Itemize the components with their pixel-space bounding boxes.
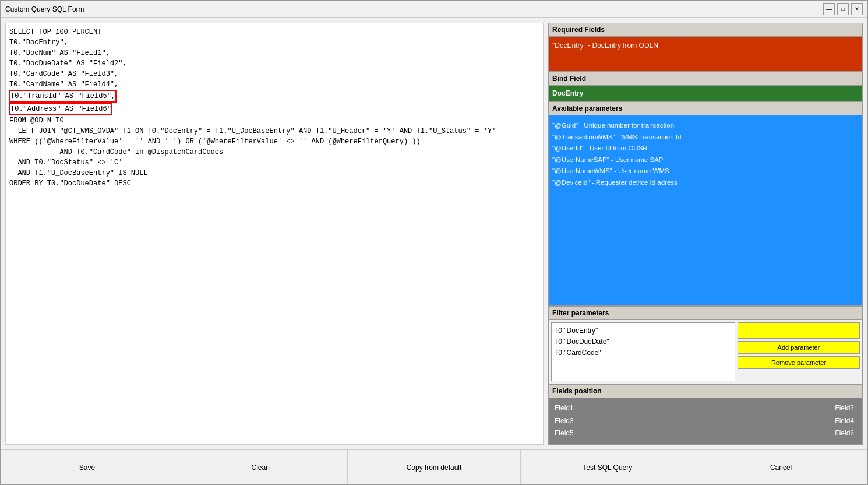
fields-position-content: Field1Field2Field3Field4Field5Field6 xyxy=(548,398,863,445)
available-params-section: Available parameters "@Guid" - Unique nu… xyxy=(548,101,863,306)
bind-field-content: DocEntry xyxy=(548,86,863,101)
required-fields-text: "DocEntry" - DocEntry from ODLN xyxy=(552,41,658,50)
available-param-item: "@UserNameWMS" - User name WMS xyxy=(552,166,859,177)
field-pos-right: Field4 xyxy=(705,416,859,427)
field-pos-left: Field1 xyxy=(552,403,705,414)
window-title: Custom Query SQL Form xyxy=(5,5,84,13)
sql-line: T0."DocEntry", xyxy=(9,37,539,48)
sql-line: FROM @ODLN T0 xyxy=(9,115,539,126)
sql-line: LEFT JOIN "@CT_WMS_OVDA" T1 ON T0."DocEn… xyxy=(9,126,539,136)
sql-line: ORDER BY T0."DocDueDate" DESC xyxy=(9,178,539,189)
maximize-button[interactable]: □ xyxy=(837,3,849,15)
sql-line: AND T0."CardCode" in @DispatchCardCodes xyxy=(9,147,539,157)
sql-editor[interactable]: SELECT TOP 100 PERCENT T0."DocEntry", T0… xyxy=(6,23,543,444)
content-area: SELECT TOP 100 PERCENT T0."DocEntry", T0… xyxy=(1,18,867,449)
field-pos-right: Field6 xyxy=(705,428,859,440)
remove-parameter-button[interactable]: Remove parameter xyxy=(738,356,860,369)
field-pos-left: Field3 xyxy=(552,416,705,427)
sql-line: T0."DocDueDate" AS "Field2", xyxy=(9,58,539,69)
close-button[interactable]: ✕ xyxy=(851,3,863,15)
main-window: Custom Query SQL Form — □ ✕ SELECT TOP 1… xyxy=(0,0,868,485)
sql-line: T0."CardCode" AS "Field3", xyxy=(9,69,539,79)
filter-params-list[interactable]: T0."DocEntry"T0."DocDueDate"T0."CardCode… xyxy=(551,322,735,381)
test-sql-query-button[interactable]: Test SQL Query xyxy=(521,450,694,484)
available-params-content: "@Guid" - Unique number for transaction"… xyxy=(548,115,863,306)
sql-line: T0."CardName" AS "Field4", xyxy=(9,79,539,90)
sql-editor-panel: SELECT TOP 100 PERCENT T0."DocEntry", T0… xyxy=(5,23,544,445)
filter-params-section: Filter parameters T0."DocEntry"T0."DocDu… xyxy=(548,306,863,384)
bind-field-value: DocEntry xyxy=(552,89,583,97)
title-bar: Custom Query SQL Form — □ ✕ xyxy=(1,1,867,18)
field-pos-left: Field5 xyxy=(552,428,705,440)
available-param-item: "@TransactionWMS" - WMS Transaction Id xyxy=(552,132,859,143)
required-fields-header: Required Fields xyxy=(548,23,863,37)
sql-line: SELECT TOP 100 PERCENT xyxy=(9,27,539,37)
sql-line-highlighted: T0."TransId" AS "Field5", xyxy=(9,90,539,103)
cancel-button[interactable]: Cancel xyxy=(694,450,867,484)
filter-right: Add parameter Remove parameter xyxy=(738,322,860,381)
filter-list-item: T0."DocEntry" xyxy=(554,325,732,336)
sql-line: AND T1."U_DocBaseEntry" IS NULL xyxy=(9,168,539,178)
sql-line: WHERE (('@WhereFilterValue' = '' AND '='… xyxy=(9,136,539,147)
bind-field-header: Bind Field xyxy=(548,72,863,86)
required-fields-content: "DocEntry" - DocEntry from ODLN xyxy=(548,37,863,72)
filter-list-item: T0."CardCode" xyxy=(554,347,732,359)
minimize-button[interactable]: — xyxy=(823,3,835,15)
available-param-item: "@UserNameSAP" - User name SAP xyxy=(552,154,859,166)
filter-params-content: T0."DocEntry"T0."DocDueDate"T0."CardCode… xyxy=(548,320,863,384)
fields-position-section: Fields position Field1Field2Field3Field4… xyxy=(548,384,863,445)
add-parameter-button[interactable]: Add parameter xyxy=(738,341,860,354)
filter-list-item: T0."DocDueDate" xyxy=(554,336,732,347)
copy-from-default-button[interactable]: Copy from default xyxy=(348,450,521,484)
available-param-item: "@DeviceId" - Requester device Id adress xyxy=(552,177,859,189)
sql-line: AND T0."DocStatus" <> 'C' xyxy=(9,157,539,168)
available-params-header: Available parameters xyxy=(548,101,863,115)
sql-line-highlighted: T0."Address" AS "Field6" xyxy=(9,103,539,115)
available-param-item: "@UserId" - User Id from OUSR xyxy=(552,143,859,154)
fields-position-header: Fields position xyxy=(548,384,863,398)
field-pos-right: Field2 xyxy=(705,403,859,414)
right-panel: Required Fields "DocEntry" - DocEntry fr… xyxy=(548,23,863,445)
clean-button[interactable]: Clean xyxy=(174,450,348,484)
required-fields-section: Required Fields "DocEntry" - DocEntry fr… xyxy=(548,23,863,72)
available-param-item: "@Guid" - Unique number for transaction xyxy=(552,120,859,132)
bind-field-section: Bind Field DocEntry xyxy=(548,72,863,101)
save-button[interactable]: Save xyxy=(1,450,174,484)
bottom-bar: Save Clean Copy from default Test SQL Qu… xyxy=(1,449,867,484)
filter-params-header: Filter parameters xyxy=(548,306,863,320)
sql-line: T0."DocNum" AS "Field1", xyxy=(9,48,539,58)
filter-param-input[interactable] xyxy=(738,322,860,339)
title-bar-controls: — □ ✕ xyxy=(823,3,863,15)
